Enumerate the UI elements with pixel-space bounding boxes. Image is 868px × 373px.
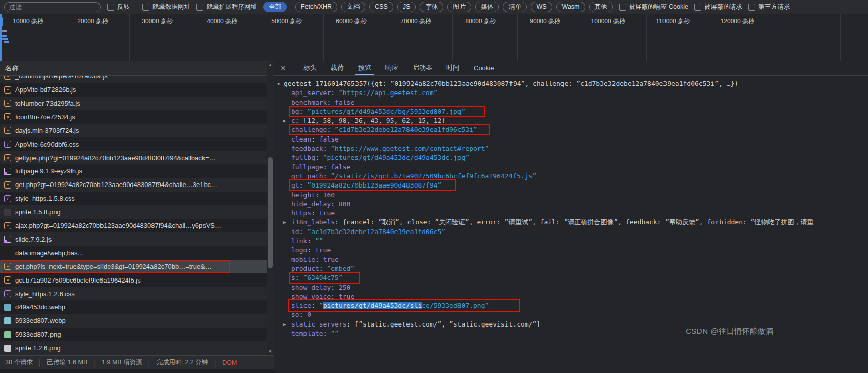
- filter-chip-js[interactable]: JS: [397, 2, 416, 12]
- collapse-arrow-icon[interactable]: ▼: [277, 79, 280, 88]
- filter-chip--[interactable]: 文档: [341, 2, 365, 12]
- request-row[interactable]: /style_https.1.2.6.css: [0, 287, 267, 301]
- preview-entry-benchmark[interactable]: benchmark: false: [274, 98, 868, 107]
- scrollbar-thumb[interactable]: [268, 157, 273, 268]
- preview-entry-s[interactable]: s: ”63494c75”: [274, 273, 868, 283]
- json-value: ”pictures/gt/d49a453dc/bg/5933ed807.jpg”: [307, 108, 465, 115]
- filter-chip-wasm[interactable]: Wasm: [556, 2, 585, 12]
- hide-extension-urls-checkbox[interactable]: 隐藏扩展程序网址: [196, 3, 257, 11]
- checkbox-icon[interactable]: [619, 4, 626, 11]
- preview-entry-clean[interactable]: clean: false: [274, 135, 868, 144]
- hide-data-urls-checkbox[interactable]: 隐藏数据网址: [142, 3, 190, 11]
- filter-chip--[interactable]: 全部: [263, 2, 287, 12]
- request-row[interactable]: ‹›_commonjsHelpers-167a63f9.js: [0, 76, 267, 83]
- preview-entry-c[interactable]: ▶c: [12, 58, 98, 36, 43, 95, 62, 15, 12]: [274, 116, 868, 125]
- request-row[interactable]: fullpage.9.1.9-eyz9lh.js: [0, 164, 267, 178]
- preview-entry-gt[interactable]: gt: ”019924a82c70bb123aae90d483087f94”: [274, 181, 868, 190]
- request-row[interactable]: sprite.1.2.6.png: [0, 341, 267, 355]
- tab-preview[interactable]: 预览: [355, 61, 374, 75]
- third-party-requests-checkbox[interactable]: 第三方请求: [748, 3, 790, 11]
- blocked-response-cookies-checkbox[interactable]: 被屏蔽的响应 Cookie: [619, 3, 688, 11]
- request-row[interactable]: /style_https.1.5.8.css: [0, 192, 267, 205]
- preview-entry-feedback[interactable]: feedback: ”https://www.geetest.com/conta…: [274, 144, 868, 153]
- filter-chip-fetch-xhr[interactable]: Fetch/XHR: [295, 2, 337, 12]
- request-row[interactable]: ‹›gct.b71a9027509bc6bcfef9fc6a196424f5.j…: [0, 273, 267, 287]
- preview-entry-show_delay[interactable]: show_delay: 250: [274, 283, 868, 292]
- filter-chip--[interactable]: 媒体: [475, 2, 499, 12]
- preview-entry-link[interactable]: link: ””: [274, 237, 868, 246]
- json-key: benchmark: [291, 99, 327, 106]
- filter-input[interactable]: [4, 2, 101, 12]
- preview-entry-fullbg[interactable]: fullbg: ”pictures/gt/d49a453dc/d49a453dc…: [274, 153, 868, 162]
- checkbox-icon[interactable]: [107, 4, 114, 11]
- expand-arrow-icon[interactable]: ▶: [283, 116, 286, 125]
- request-row[interactable]: data:image/webp;bas…: [0, 246, 267, 260]
- request-list-scrollbar[interactable]: ▲ ▼: [267, 62, 274, 355]
- json-value: [12, 58, 98, 36, 43, 95, 62, 15, 12]: [303, 117, 445, 124]
- blocked-requests-checkbox[interactable]: 被屏蔽的请求: [694, 3, 742, 11]
- request-row[interactable]: /AppVite-6c90dbf6.css: [0, 137, 267, 151]
- filter-chip--[interactable]: 图片: [447, 2, 471, 12]
- preview-entry-template[interactable]: template: ””: [274, 329, 868, 338]
- request-row[interactable]: ‹›dayjs.min-3703f724.js: [0, 124, 267, 137]
- filter-chip-css[interactable]: CSS: [369, 2, 393, 12]
- request-row[interactable]: ‹›toNumber-73d295fa.js: [0, 97, 267, 110]
- expand-arrow-icon[interactable]: ▶: [283, 218, 286, 227]
- checkbox-icon[interactable]: [142, 4, 149, 11]
- request-row[interactable]: ‹›gettype.php?gt=019924a82c70bb123aae90d…: [0, 151, 267, 165]
- preview-entry-challenge[interactable]: challenge: ”c1d7b3e32debe12a7840e39ea1fd…: [274, 125, 868, 134]
- preview-entry-i18n_labels[interactable]: ▶i18n_labels: {cancel: ”取消”, close: ”关闭验…: [274, 218, 868, 227]
- checkbox-icon[interactable]: [748, 4, 755, 11]
- preview-entry-mobile[interactable]: mobile: true: [274, 255, 868, 264]
- request-row[interactable]: 5933ed807.png: [0, 328, 267, 341]
- request-row[interactable]: d49a453dc.webp: [0, 300, 267, 314]
- preview-entry-product[interactable]: product: ”embed”: [274, 264, 868, 273]
- script-icon: ‹›: [4, 154, 11, 161]
- scroll-down-icon[interactable]: ▼: [267, 348, 274, 355]
- tab-headers[interactable]: 标头: [300, 61, 320, 75]
- request-row[interactable]: ‹›AppVite-bd72826b.js: [0, 83, 267, 97]
- preview-entry-hide_delay[interactable]: hide_delay: 800: [274, 200, 868, 209]
- request-row[interactable]: ‹›IconBtn-7ce72534.js: [0, 110, 267, 124]
- preview-entry-logo[interactable]: logo: true: [274, 246, 868, 255]
- filter-chip--[interactable]: 字体: [420, 2, 443, 12]
- request-row[interactable]: sprite.1.5.8.png: [0, 205, 267, 219]
- request-row-selected[interactable]: ‹›get.php?is_next=true&type=slide3&gt=01…: [0, 260, 267, 273]
- preview-entry-show_voice[interactable]: show_voice: true: [274, 292, 868, 301]
- tab-payload[interactable]: 载荷: [328, 61, 347, 75]
- close-icon[interactable]: ✕: [280, 64, 289, 72]
- scroll-up-icon[interactable]: ▲: [267, 62, 274, 69]
- json-colon: :: [323, 172, 331, 180]
- request-row[interactable]: 5933ed807.webp: [0, 314, 267, 328]
- preview-entry-gct_path[interactable]: gct_path: ”/static/js/gct.b71a9027509bc6…: [274, 172, 868, 181]
- preview-entry-api_server[interactable]: api_server: ”https://api.geetest.com”: [274, 88, 868, 98]
- tab-cookie[interactable]: Cookie: [471, 61, 497, 75]
- tab-response[interactable]: 响应: [382, 61, 401, 75]
- filter-chip-ws[interactable]: WS: [531, 2, 552, 12]
- filter-chip--[interactable]: 其他: [589, 2, 613, 12]
- preview-root-line[interactable]: ▼geetest_1716014765357({gt: ”019924a82c7…: [274, 79, 868, 88]
- image-thumbnail: [4, 249, 11, 256]
- request-row[interactable]: slide.7.9.2.js: [0, 232, 267, 246]
- tab-timing[interactable]: 时间: [443, 61, 463, 75]
- checkbox-icon[interactable]: [694, 4, 701, 11]
- preview-entry-so[interactable]: so: 0: [274, 310, 868, 319]
- expand-arrow-icon[interactable]: ▶: [283, 320, 286, 329]
- request-name: 5933ed807.png: [15, 331, 61, 338]
- preview-entry-bg[interactable]: bg: ”pictures/gt/d49a453dc/bg/5933ed807.…: [274, 107, 868, 116]
- checkbox-icon[interactable]: [196, 4, 203, 11]
- preview-entry-fullpage[interactable]: fullpage: false: [274, 163, 868, 172]
- preview-entry-slice[interactable]: slice: ”pictures/gt/d49a453dc/slice/5933…: [274, 301, 868, 310]
- network-overview-timeline[interactable]: 10000 毫秒20000 毫秒30000 毫秒40000 毫秒50000 毫秒…: [0, 14, 868, 62]
- preview-entry-https[interactable]: https: true: [274, 209, 868, 218]
- filter-chip--[interactable]: 清单: [503, 2, 527, 12]
- request-row[interactable]: ‹›ajax.php?gt=019924a82c70bb123aae90d483…: [0, 219, 267, 232]
- preview-entry-id[interactable]: id: ”ac1d7b3e32debe12a7840e39ea1fd06c5”: [274, 227, 868, 237]
- name-column-header[interactable]: 名称: [0, 61, 274, 76]
- request-row[interactable]: ‹›get.php?gt=019924a82c70bb123aae90d4830…: [0, 178, 267, 192]
- invert-checkbox[interactable]: 反转: [107, 3, 130, 11]
- preview-entry-static_servers[interactable]: ▶static_servers: [”static.geetest.com/”,…: [274, 320, 868, 329]
- json-key: link: [291, 237, 307, 245]
- preview-entry-height[interactable]: height: 160: [274, 191, 868, 200]
- tab-initiator[interactable]: 启动器: [410, 61, 435, 75]
